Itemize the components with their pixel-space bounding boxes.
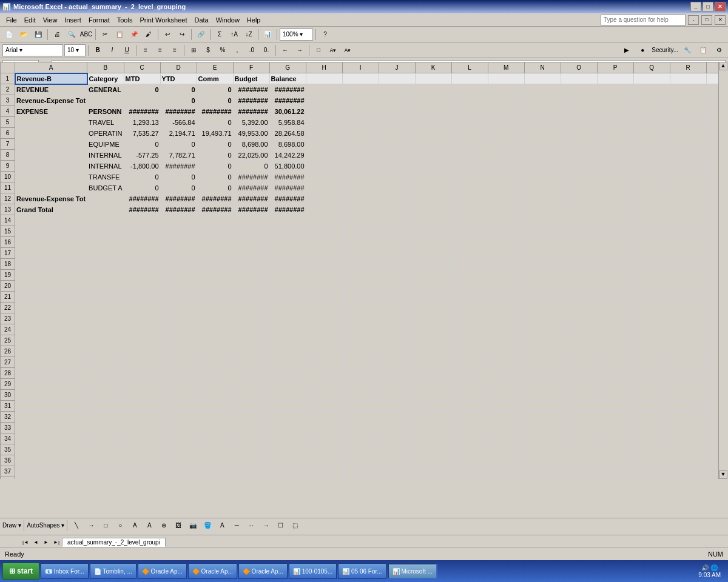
cell-D32[interactable] [160, 412, 197, 423]
cell-F28[interactable] [233, 368, 269, 379]
cell-F5[interactable]: 5,392.00 [233, 117, 269, 128]
cell-F37[interactable] [233, 466, 269, 477]
cell-Q23[interactable] [633, 313, 670, 324]
cell-O2[interactable] [561, 84, 597, 95]
cell-J38[interactable] [379, 477, 415, 480]
align-right-button[interactable]: ≡ [168, 44, 181, 56]
cell-C8[interactable]: -577.25 [124, 150, 160, 161]
font-color-button[interactable]: A▾ [341, 44, 354, 56]
cell-O18[interactable] [561, 259, 597, 270]
cell-C16[interactable] [124, 237, 160, 248]
cell-H10[interactable] [306, 172, 342, 182]
draw-diagram[interactable]: ⊕ [157, 520, 170, 532]
cell-E6[interactable]: 19,493.71 [197, 128, 233, 139]
cell-J11[interactable] [379, 182, 415, 193]
cell-B2[interactable]: GENERAL [87, 84, 124, 95]
cell-D9[interactable]: ######## [160, 161, 197, 172]
cell-D20[interactable] [160, 281, 197, 292]
cell-A20[interactable] [15, 281, 87, 292]
cell-O20[interactable] [561, 281, 597, 292]
cell-O34[interactable] [561, 433, 597, 444]
copy-button[interactable]: 📋 [113, 28, 126, 41]
cell-E17[interactable] [197, 248, 233, 259]
cell-N15[interactable] [524, 226, 561, 237]
cell-A26[interactable] [15, 346, 87, 357]
cell-J9[interactable] [379, 161, 415, 172]
cell-A23[interactable] [15, 313, 87, 324]
cell-H21[interactable] [306, 292, 342, 303]
taskbar-item-5[interactable]: 🔶 Oracle Ap... [238, 563, 288, 579]
cell-N1[interactable] [524, 73, 561, 84]
cell-K12[interactable] [415, 193, 451, 204]
redo-button[interactable]: ↪ [175, 28, 189, 41]
cell-O14[interactable] [561, 215, 597, 226]
cell-L19[interactable] [451, 270, 488, 281]
row-header-32[interactable]: 32 [1, 412, 15, 423]
cell-N27[interactable] [524, 357, 561, 368]
merge-center-button[interactable]: ⊞ [187, 44, 200, 56]
cell-K18[interactable] [415, 259, 451, 270]
cell-F31[interactable] [233, 401, 269, 412]
cell-F19[interactable] [233, 270, 269, 281]
cell-B33[interactable] [87, 423, 124, 433]
cell-B28[interactable] [87, 368, 124, 379]
cell-R1[interactable] [670, 73, 706, 84]
cell-C24[interactable] [124, 324, 160, 335]
cell-F23[interactable] [233, 313, 269, 324]
cell-B14[interactable] [87, 215, 124, 226]
cell-A28[interactable] [15, 368, 87, 379]
cell-F30[interactable] [233, 390, 269, 401]
preview-button[interactable]: 🔍 [65, 28, 78, 41]
cell-H28[interactable] [306, 368, 342, 379]
cell-N37[interactable] [524, 466, 561, 477]
cell-A37[interactable] [15, 466, 87, 477]
cell-B11[interactable]: BUDGET A [87, 182, 124, 193]
cell-Q36[interactable] [633, 455, 670, 466]
cell-H37[interactable] [306, 466, 342, 477]
cell-G7[interactable]: 8,698.00 [269, 139, 306, 150]
cell-L21[interactable] [451, 292, 488, 303]
cell-M16[interactable] [488, 237, 524, 248]
cell-O10[interactable] [561, 172, 597, 182]
cell-F1[interactable]: Budget [233, 73, 269, 84]
cell-O38[interactable] [561, 477, 597, 480]
menu-print-worksheet[interactable]: Print Worksheet [136, 15, 190, 25]
cell-H27[interactable] [306, 357, 342, 368]
cell-N29[interactable] [524, 379, 561, 390]
cell-C37[interactable] [124, 466, 160, 477]
cell-C36[interactable] [124, 455, 160, 466]
cell-M30[interactable] [488, 390, 524, 401]
cell-B19[interactable] [87, 270, 124, 281]
draw-wordart[interactable]: A [143, 520, 156, 532]
cell-N9[interactable] [524, 161, 561, 172]
cell-A32[interactable] [15, 412, 87, 423]
cell-K25[interactable] [415, 335, 451, 346]
cell-J17[interactable] [379, 248, 415, 259]
draw-rect[interactable]: □ [99, 520, 112, 532]
align-left-button[interactable]: ≡ [139, 44, 152, 56]
cell-N23[interactable] [524, 313, 561, 324]
minimize-button[interactable]: _ [690, 2, 701, 12]
cell-G21[interactable] [269, 292, 306, 303]
cell-M27[interactable] [488, 357, 524, 368]
cell-J22[interactable] [379, 303, 415, 313]
cell-H34[interactable] [306, 433, 342, 444]
cell-I17[interactable] [342, 248, 379, 259]
cell-R11[interactable] [670, 182, 706, 193]
cell-M2[interactable] [488, 84, 524, 95]
cell-M32[interactable] [488, 412, 524, 423]
cell-N26[interactable] [524, 346, 561, 357]
cell-B7[interactable]: EQUIPME [87, 139, 124, 150]
cell-C28[interactable] [124, 368, 160, 379]
cell-N5[interactable] [524, 117, 561, 128]
cell-Q15[interactable] [633, 226, 670, 237]
cell-L11[interactable] [451, 182, 488, 193]
cell-J6[interactable] [379, 128, 415, 139]
cell-D35[interactable] [160, 444, 197, 455]
row-header-11[interactable]: 11 [1, 182, 15, 193]
cell-G34[interactable] [269, 433, 306, 444]
taskbar-item-4[interactable]: 🔶 Oracle Ap... [188, 563, 237, 579]
cell-D37[interactable] [160, 466, 197, 477]
cell-L31[interactable] [451, 401, 488, 412]
cell-K32[interactable] [415, 412, 451, 423]
